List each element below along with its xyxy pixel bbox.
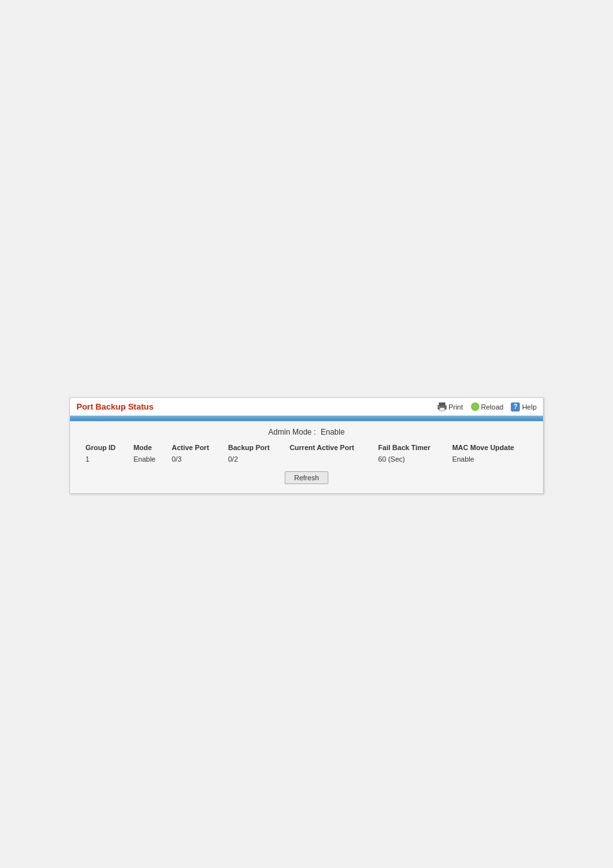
blue-accent-bar (70, 416, 543, 421)
cell-fail-back-timer: 60 (Sec) (373, 453, 447, 465)
refresh-button[interactable]: Refresh (285, 471, 329, 484)
cell-backup-port: 0/2 (223, 453, 285, 465)
print-button[interactable]: Print (438, 402, 463, 411)
table-row: 1 Enable 0/3 0/2 60 (Sec) Enable (80, 453, 533, 465)
svg-rect-3 (438, 406, 440, 408)
col-header-group-id: Group ID (80, 442, 129, 453)
status-table: Group ID Mode Active Port Backup Port Cu… (80, 442, 533, 465)
reload-button[interactable]: Reload (471, 402, 504, 411)
cell-current-active-port (285, 453, 373, 465)
widget-title: Port Backup Status (76, 402, 154, 411)
help-icon: ? (511, 402, 520, 411)
widget-header: Port Backup Status Print Reload ? (70, 398, 543, 416)
col-header-mode: Mode (129, 442, 167, 453)
reload-icon (471, 402, 479, 411)
col-header-backup-port: Backup Port (223, 442, 285, 453)
widget-panel: Port Backup Status Print Reload ? (69, 397, 544, 494)
col-header-current-active-port: Current Active Port (285, 442, 373, 453)
page-container: Port Backup Status Print Reload ? (0, 0, 613, 868)
help-label: Help (522, 403, 537, 411)
cell-mac-move-update: Enable (447, 453, 533, 465)
cell-group-id: 1 (80, 453, 129, 465)
cell-active-port: 0/3 (166, 453, 223, 465)
admin-mode-row: Admin Mode : Enable (80, 428, 533, 437)
svg-rect-2 (440, 408, 445, 411)
print-label: Print (449, 403, 463, 411)
col-header-active-port: Active Port (166, 442, 223, 453)
col-header-fail-back-timer: Fail Back Timer (373, 442, 447, 453)
reload-label: Reload (481, 403, 504, 411)
col-header-mac-move-update: MAC Move Update (447, 442, 533, 453)
help-button[interactable]: ? Help (511, 402, 537, 411)
admin-mode-value: Enable (321, 428, 344, 437)
admin-mode-label: Admin Mode : (269, 428, 316, 437)
cell-mode: Enable (129, 453, 167, 465)
table-header-row: Group ID Mode Active Port Backup Port Cu… (80, 442, 533, 453)
print-icon (438, 402, 447, 411)
widget-actions: Print Reload ? Help (438, 402, 537, 411)
refresh-row: Refresh (80, 471, 533, 484)
widget-content: Admin Mode : Enable Group ID Mode Active… (70, 421, 543, 493)
